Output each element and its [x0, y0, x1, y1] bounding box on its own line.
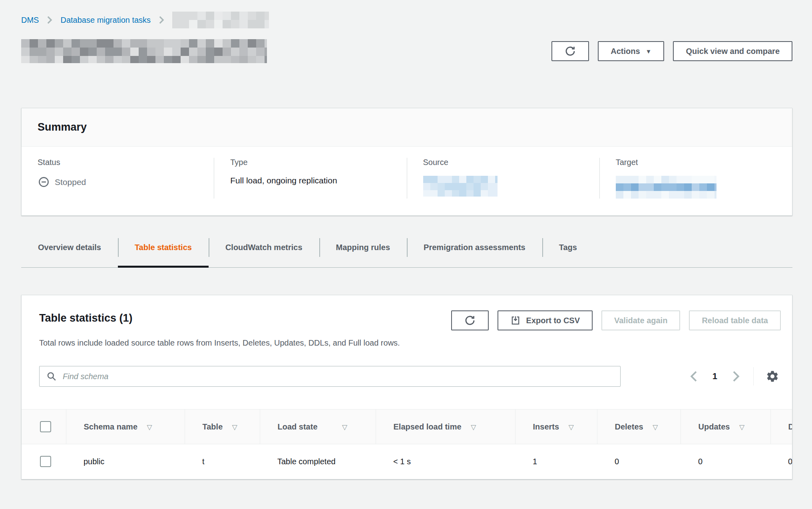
table-preferences-button[interactable]	[764, 368, 781, 385]
search-icon	[46, 371, 57, 382]
quick-view-label: Quick view and compare	[686, 47, 780, 56]
column-header-load-state[interactable]: Load state ▽	[260, 410, 376, 444]
table-statistics-actions: Export to CSV Validate again Reload tabl…	[451, 310, 781, 330]
target-value-redacted[interactable]	[616, 176, 716, 199]
sort-icon[interactable]: ▽	[232, 424, 237, 431]
source-value-redacted[interactable]	[423, 176, 498, 197]
sort-icon[interactable]: ▽	[342, 424, 347, 431]
row-checkbox[interactable]	[40, 456, 51, 467]
caret-down-icon: ▼	[646, 48, 652, 54]
tab-premigration-assessments[interactable]: Premigration assessments	[407, 233, 542, 267]
export-csv-label: Export to CSV	[526, 316, 580, 325]
table-statistics-title: Table statistics (1)	[39, 310, 133, 324]
export-csv-button[interactable]: Export to CSV	[498, 310, 593, 330]
breadcrumb-chevron-icon	[158, 16, 165, 24]
validate-again-label: Validate again	[614, 316, 667, 325]
quick-view-compare-button[interactable]: Quick view and compare	[673, 41, 792, 61]
tab-overview-details[interactable]: Overview details	[21, 233, 118, 267]
type-value: Full load, ongoing replication	[230, 176, 394, 185]
summary-col-target: Target	[599, 158, 792, 199]
summary-card-header: Summary	[22, 108, 792, 147]
find-schema-input[interactable]	[39, 366, 621, 387]
column-label: DDLs	[788, 422, 792, 431]
summary-col-type: Type Full load, ongoing replication	[214, 158, 406, 199]
table-row: public t Table completed < 1 s 1 0 0 0	[22, 444, 792, 479]
cell-deletes: 0	[597, 444, 681, 479]
next-page-button[interactable]	[728, 368, 743, 385]
page-actions: Actions ▼ Quick view and compare	[551, 41, 792, 61]
actions-button[interactable]: Actions ▼	[598, 41, 664, 61]
table-refresh-button[interactable]	[451, 310, 489, 330]
current-page-number: 1	[712, 371, 717, 382]
page-title-redacted	[21, 39, 267, 63]
validate-again-button[interactable]: Validate again	[601, 310, 680, 330]
chevron-right-icon	[731, 370, 740, 382]
table-statistics-card: Table statistics (1)	[21, 295, 792, 479]
summary-title: Summary	[38, 121, 776, 133]
summary-col-status: Status Stopped	[22, 158, 214, 199]
column-header-table[interactable]: Table ▽	[185, 410, 260, 444]
cell-load-state: Table completed	[260, 444, 376, 479]
table-controls-row: 1	[39, 366, 781, 387]
summary-col-source: Source	[407, 158, 599, 199]
table-header-row: Schema name ▽ Table ▽ Load state ▽ Ela	[22, 410, 792, 444]
column-header-deletes[interactable]: Deletes ▽	[597, 410, 681, 444]
summary-card: Summary Status Stopped Type Full load, o…	[21, 108, 792, 216]
statistics-table: Schema name ▽ Table ▽ Load state ▽ Ela	[22, 409, 792, 479]
column-label: Load state	[278, 422, 318, 431]
task-tabs: Overview details Table statistics CloudW…	[21, 233, 792, 268]
tab-table-statistics[interactable]: Table statistics	[118, 233, 209, 267]
sort-icon[interactable]: ▽	[147, 424, 152, 431]
gear-icon	[766, 370, 779, 383]
sort-icon[interactable]: ▽	[739, 424, 744, 431]
pagination-divider	[753, 367, 754, 386]
target-label: Target	[616, 158, 780, 167]
breadcrumb-redacted-task-name	[172, 12, 269, 28]
cell-inserts: 1	[515, 444, 597, 479]
cell-table: t	[185, 444, 260, 479]
status-value: Stopped	[38, 176, 202, 188]
statistics-table-wrapper: Schema name ▽ Table ▽ Load state ▽ Ela	[22, 409, 792, 479]
tab-cloudwatch-metrics[interactable]: CloudWatch metrics	[209, 233, 319, 267]
column-header-schema-name[interactable]: Schema name ▽	[66, 410, 185, 444]
status-text: Stopped	[55, 177, 86, 187]
actions-button-label: Actions	[611, 47, 640, 56]
select-all-checkbox[interactable]	[40, 421, 51, 432]
reload-table-data-label: Reload table data	[702, 316, 768, 325]
tab-tags[interactable]: Tags	[542, 233, 594, 267]
column-header-elapsed-load-time[interactable]: Elapsed load time ▽	[376, 410, 515, 444]
column-label: Table	[203, 422, 223, 431]
column-header-inserts[interactable]: Inserts ▽	[515, 410, 597, 444]
previous-page-button[interactable]	[687, 368, 701, 385]
column-header-ddls[interactable]: DDLs	[770, 410, 792, 444]
sort-icon[interactable]: ▽	[471, 424, 476, 431]
breadcrumb: DMS Database migration tasks	[21, 0, 791, 28]
breadcrumb-link-dms[interactable]: DMS	[21, 16, 39, 25]
sort-icon[interactable]: ▽	[569, 424, 574, 431]
page-header: Actions ▼ Quick view and compare	[21, 39, 792, 63]
dms-task-page: DMS Database migration tasks Actions ▼	[0, 0, 812, 479]
download-icon	[510, 315, 521, 326]
reload-table-data-button[interactable]: Reload table data	[689, 310, 781, 330]
breadcrumb-link-tasks[interactable]: Database migration tasks	[60, 16, 151, 25]
cell-updates: 0	[681, 444, 770, 479]
source-label: Source	[423, 158, 587, 167]
cell-ddls: 0	[770, 444, 792, 479]
refresh-icon	[564, 45, 576, 57]
breadcrumb-chevron-icon	[46, 16, 53, 24]
column-label: Schema name	[84, 422, 138, 431]
cell-schema-name: public	[66, 444, 185, 479]
stopped-status-icon	[38, 176, 50, 188]
schema-search	[39, 366, 621, 387]
tab-mapping-rules[interactable]: Mapping rules	[319, 233, 407, 267]
cell-elapsed-load-time: < 1 s	[376, 444, 515, 479]
column-header-updates[interactable]: Updates ▽	[681, 410, 770, 444]
column-label: Deletes	[615, 422, 643, 431]
table-statistics-header: Table statistics (1)	[22, 295, 792, 348]
status-label: Status	[38, 158, 202, 167]
refresh-button[interactable]	[551, 41, 589, 61]
summary-body: Status Stopped Type Full load, ongoing r…	[22, 147, 792, 215]
type-label: Type	[230, 158, 394, 167]
sort-icon[interactable]: ▽	[653, 424, 658, 431]
table-statistics-description: Total rows include loaded source table r…	[39, 338, 781, 348]
